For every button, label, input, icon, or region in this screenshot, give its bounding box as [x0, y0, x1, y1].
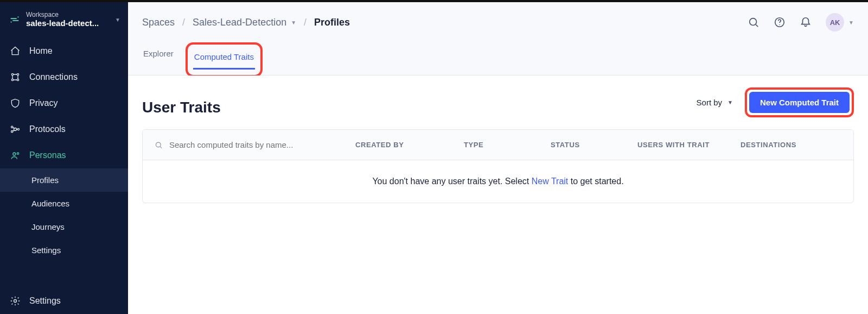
svg-point-1 [10, 22, 11, 23]
svg-point-15 [779, 24, 780, 25]
nav-protocols[interactable]: Protocols [0, 116, 128, 142]
workspace-switcher[interactable]: Workspace sales-lead-detect... ▼ [0, 7, 128, 38]
nav-label: Protocols [29, 124, 66, 134]
sidebar: Workspace sales-lead-detect... ▼ Home Co… [0, 2, 128, 314]
nav-label: Personas [29, 150, 66, 160]
svg-point-9 [17, 129, 19, 130]
crumb-sep: / [182, 17, 185, 28]
segment-logo-icon [9, 14, 21, 26]
topbar: Spaces / Sales-Lead-Detection ▼ / Profil… [128, 2, 868, 76]
svg-point-13 [750, 18, 757, 26]
subnav-audiences[interactable]: Audiences [0, 192, 128, 215]
svg-point-8 [11, 131, 13, 133]
nav-privacy[interactable]: Privacy [0, 90, 128, 116]
subnav-journeys[interactable]: Journeys [0, 215, 128, 238]
home-icon [10, 46, 21, 56]
empty-state: You don't have any user traits yet. Sele… [143, 160, 853, 203]
page-title: User Traits [142, 99, 221, 116]
nav-label: Connections [29, 72, 78, 82]
connections-icon [10, 72, 21, 83]
workspace-label: Workspace [26, 11, 99, 18]
tabs: Explorer Computed Traits [142, 43, 854, 75]
subnav-settings[interactable]: Settings [0, 238, 128, 262]
nav-personas[interactable]: Personas [0, 142, 128, 168]
subnav-profiles[interactable]: Profiles [0, 168, 128, 192]
protocols-icon [10, 124, 21, 135]
bell-icon[interactable] [800, 16, 812, 28]
sort-by-dropdown[interactable]: Sort by ▼ [697, 98, 733, 107]
col-status: STATUS [551, 141, 637, 149]
new-computed-trait-button[interactable]: New Computed Trait [749, 92, 850, 113]
annotation-highlight: Computed Traits [186, 42, 263, 77]
nav-label: Home [29, 46, 53, 56]
chevron-down-icon: ▼ [115, 17, 120, 23]
svg-point-4 [11, 79, 13, 81]
gear-icon [10, 296, 21, 306]
personas-icon [10, 150, 21, 161]
col-type: TYPE [464, 141, 551, 149]
svg-point-0 [17, 17, 18, 18]
workspace-name: sales-lead-detect... [26, 18, 99, 28]
tab-computed-traits[interactable]: Computed Traits [193, 47, 255, 70]
personas-submenu: Profiles Audiences Journeys Settings [0, 168, 128, 262]
svg-point-2 [11, 74, 13, 76]
help-icon[interactable] [774, 16, 786, 28]
chevron-down-icon: ▼ [291, 20, 296, 26]
svg-point-11 [17, 153, 18, 154]
nav-label: Settings [29, 296, 61, 306]
nav-label: Privacy [29, 98, 58, 108]
annotation-highlight: New Computed Trait [745, 87, 854, 117]
svg-point-12 [14, 300, 17, 303]
svg-point-5 [17, 79, 18, 81]
nav-home[interactable]: Home [0, 38, 128, 64]
crumb-current: Profiles [314, 17, 350, 28]
new-trait-link[interactable]: New Trait [532, 177, 569, 186]
search-icon[interactable] [748, 16, 760, 28]
svg-point-10 [13, 153, 16, 155]
chevron-down-icon: ▼ [727, 99, 733, 105]
chevron-down-icon: ▼ [848, 20, 854, 26]
breadcrumb: Spaces / Sales-Lead-Detection ▼ / Profil… [142, 17, 350, 28]
traits-table: CREATED BY TYPE STATUS USERS WITH TRAIT … [142, 129, 854, 203]
svg-point-16 [156, 142, 161, 147]
user-menu[interactable]: AK ▼ [826, 13, 854, 32]
col-created-by: CREATED BY [355, 141, 464, 149]
search-input[interactable] [168, 140, 355, 150]
avatar: AK [826, 13, 844, 32]
nav-settings[interactable]: Settings [0, 288, 128, 314]
crumb-space-select[interactable]: Sales-Lead-Detection ▼ [193, 17, 296, 28]
crumb-spaces[interactable]: Spaces [142, 17, 175, 28]
crumb-sep: / [304, 17, 307, 28]
col-users-with-trait: USERS WITH TRAIT [637, 141, 741, 149]
svg-point-7 [11, 127, 13, 128]
col-destinations: DESTINATIONS [741, 141, 841, 149]
shield-icon [10, 98, 21, 109]
svg-point-3 [17, 74, 18, 76]
nav-connections[interactable]: Connections [0, 64, 128, 90]
tab-explorer[interactable]: Explorer [142, 43, 175, 75]
search-icon [155, 141, 163, 149]
